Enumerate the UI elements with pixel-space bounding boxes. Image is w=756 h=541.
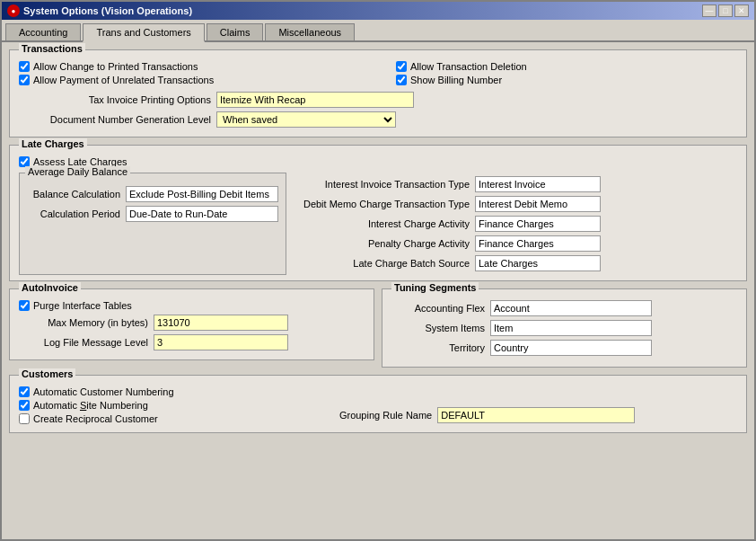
accounting-flex-input[interactable] (490, 300, 652, 316)
interest-charge-label: Interest Charge Activity (295, 218, 475, 229)
checkbox-allow-payment: Allow Payment of Unrelated Transactions (19, 75, 360, 85)
doc-dropdown[interactable]: When saved (216, 111, 396, 128)
allow-change-label: Allow Change to Printed Transactions (33, 61, 198, 72)
transactions-col-left: Allow Change to Printed Transactions All… (19, 61, 360, 88)
tab-trans-and-customers[interactable]: Trans and Customers (83, 23, 204, 42)
main-window: ● System Options (Vision Operations) — □… (0, 0, 756, 541)
window-title: System Options (Vision Operations) (23, 5, 192, 16)
doc-label: Document Number Generation Level (19, 114, 216, 125)
interest-charge-row: Interest Charge Activity (295, 216, 737, 232)
debit-memo-row: Debit Memo Charge Transaction Type (295, 196, 737, 212)
checkbox-show-billing: Show Billing Number (396, 75, 737, 85)
avg-daily-balance-label: Average Daily Balance (25, 166, 130, 177)
tab-accounting[interactable]: Accounting (5, 23, 81, 40)
tab-miscellaneous[interactable]: Miscellaneous (265, 23, 355, 40)
autoinvoice-content: Purge Interface Tables Max Memory (in by… (19, 300, 365, 350)
grouping-rule-input[interactable] (437, 407, 635, 423)
max-memory-row: Max Memory (in bytes) (19, 315, 365, 331)
penalty-charge-row: Penalty Charge Activity (295, 235, 737, 252)
system-items-row: System Items (391, 320, 737, 336)
title-buttons[interactable]: — □ ✕ (702, 4, 749, 17)
balance-calc-input[interactable] (126, 186, 278, 202)
autoinvoice-section: AutoInvoice Purge Interface Tables Max M… (9, 288, 374, 360)
customers-content: Automatic Customer Numbering Automatic S… (19, 386, 737, 427)
interest-charge-input[interactable] (475, 216, 601, 232)
log-file-input[interactable] (154, 334, 288, 350)
customers-section: Customers Automatic Customer Numbering A… (9, 375, 747, 433)
calc-period-row: Calculation Period (27, 206, 278, 222)
auto-site-checkbox[interactable] (19, 400, 30, 411)
transactions-section: Transactions Allow Change to Printed Tra… (9, 49, 747, 137)
autoinvoice-label: AutoInvoice (19, 282, 81, 293)
right-charges: Interest Invoice Transaction Type Debit … (295, 173, 737, 275)
window-icon: ● (7, 4, 20, 17)
late-charges-label: Late Charges (19, 138, 87, 149)
territory-input[interactable] (490, 340, 652, 356)
balance-calc-row: Balance Calculation (27, 186, 278, 202)
interest-invoice-input[interactable] (475, 176, 601, 192)
late-charges-content: Assess Late Charges Average Daily Balanc… (19, 156, 737, 275)
tab-bar: Accounting Trans and Customers Claims Mi… (2, 20, 754, 42)
debit-memo-input[interactable] (475, 196, 601, 212)
avg-daily-balance-box: Average Daily Balance Balance Calculatio… (19, 173, 286, 275)
max-memory-label: Max Memory (in bytes) (19, 317, 154, 328)
interest-invoice-label: Interest Invoice Transaction Type (295, 179, 475, 190)
tax-label: Tax Invoice Printing Options (19, 94, 216, 105)
max-memory-input[interactable] (154, 315, 288, 331)
batch-source-input[interactable] (475, 255, 601, 271)
purge-interface-label: Purge Interface Tables (33, 300, 132, 311)
show-billing-checkbox[interactable] (396, 75, 407, 85)
auto-customer-checkbox[interactable] (19, 386, 30, 397)
allow-change-checkbox[interactable] (19, 61, 30, 72)
doc-dropdown-wrapper: When saved (216, 111, 396, 128)
auto-site-label: Automatic Site Numbering (33, 400, 148, 411)
batch-source-row: Late Charge Batch Source (295, 255, 737, 271)
maximize-button[interactable]: □ (718, 4, 733, 17)
grouping-rule-label: Grouping Rule Name (312, 410, 437, 421)
transactions-label: Transactions (19, 43, 85, 54)
create-reciprocal-row: Create Reciprocal Customer (19, 413, 174, 424)
accounting-flex-label: Accounting Flex (391, 303, 490, 314)
territory-label: Territory (391, 342, 490, 353)
log-file-label: Log File Message Level (19, 337, 154, 348)
grouping-rule-row: Grouping Rule Name (312, 407, 635, 423)
late-charges-inner: Average Daily Balance Balance Calculatio… (19, 173, 737, 275)
create-reciprocal-checkbox[interactable] (19, 413, 30, 424)
title-bar-left: ● System Options (Vision Operations) (7, 4, 192, 17)
system-items-label: System Items (391, 323, 490, 333)
customers-right: Grouping Rule Name (210, 386, 737, 427)
allow-payment-checkbox[interactable] (19, 75, 30, 85)
purge-interface-row: Purge Interface Tables (19, 300, 365, 311)
customers-left: Automatic Customer Numbering Automatic S… (19, 386, 174, 427)
balance-calc-label: Balance Calculation (27, 189, 126, 200)
purge-interface-checkbox[interactable] (19, 300, 30, 311)
transactions-col-right: Allow Transaction Deletion Show Billing … (396, 61, 737, 88)
tuning-label: Tuning Segments (391, 282, 479, 293)
minimize-button[interactable]: — (702, 4, 716, 17)
checkbox-allow-change: Allow Change to Printed Transactions (19, 61, 360, 72)
accounting-flex-row: Accounting Flex (391, 300, 737, 316)
calc-period-input[interactable] (126, 206, 278, 222)
auto-site-row: Automatic Site Numbering (19, 400, 174, 411)
content-area: Transactions Allow Change to Printed Tra… (2, 42, 754, 539)
penalty-charge-label: Penalty Charge Activity (295, 238, 475, 249)
transactions-checkboxes: Allow Change to Printed Transactions All… (19, 61, 737, 88)
middle-row: AutoInvoice Purge Interface Tables Max M… (9, 288, 747, 368)
interest-invoice-row: Interest Invoice Transaction Type (295, 176, 737, 192)
allow-payment-label: Allow Payment of Unrelated Transactions (33, 75, 214, 85)
tax-invoice-input[interactable] (216, 92, 414, 108)
transactions-content: Allow Change to Printed Transactions All… (19, 61, 737, 128)
tuning-section: Tuning Segments Accounting Flex System I… (382, 288, 747, 368)
tax-invoice-row: Tax Invoice Printing Options (19, 92, 737, 108)
penalty-charge-input[interactable] (475, 235, 601, 252)
batch-source-label: Late Charge Batch Source (295, 258, 475, 269)
auto-customer-label: Automatic Customer Numbering (33, 386, 174, 397)
log-file-row: Log File Message Level (19, 334, 365, 350)
show-billing-label: Show Billing Number (410, 75, 502, 85)
tab-claims[interactable]: Claims (207, 23, 264, 40)
allow-deletion-checkbox[interactable] (396, 61, 407, 72)
system-items-input[interactable] (490, 320, 652, 336)
close-button[interactable]: ✕ (734, 4, 749, 17)
create-reciprocal-label: Create Reciprocal Customer (33, 413, 158, 424)
allow-deletion-label: Allow Transaction Deletion (410, 61, 527, 72)
